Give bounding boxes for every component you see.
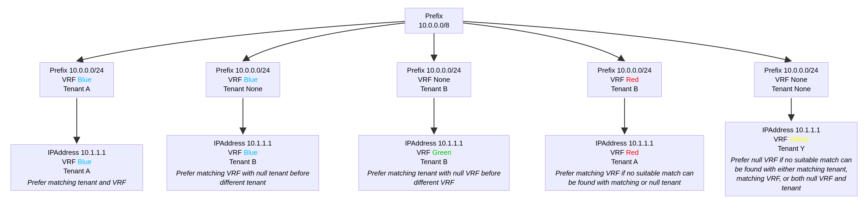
rule-text: Prefer null VRF if no suitable match can… bbox=[731, 155, 852, 192]
ip-label: IPAddress 10.1.1.1 bbox=[172, 139, 313, 148]
ip-node-3: IPAddress 10.1.1.1 VRF Green Tenant B Pr… bbox=[359, 135, 509, 191]
vrf-line: VRF Blue bbox=[172, 148, 313, 157]
prefix-node-2: Prefix 10.0.0.0/24 VRF Blue Tenant None bbox=[206, 62, 280, 97]
ip-label: IPAddress 10.1.1.1 bbox=[731, 125, 852, 135]
rule-text: Prefer matching VRF if no suitable match… bbox=[551, 169, 699, 187]
ip-node-2: IPAddress 10.1.1.1 VRF Blue Tenant B Pre… bbox=[167, 135, 319, 191]
vrf-name: Yellow bbox=[789, 135, 809, 143]
vrf-line: VRF Red bbox=[593, 75, 656, 84]
tenant-label: Tenant B bbox=[172, 157, 313, 166]
vrf-line: VRF None bbox=[403, 75, 465, 84]
prefix-node-5: Prefix 10.0.0.0/24 VRF None Tenant None bbox=[754, 62, 828, 97]
rule-text: Prefer matching tenant with null VRF bef… bbox=[364, 169, 504, 187]
vrf-line: VRF Green bbox=[364, 148, 504, 157]
prefix-label: Prefix 10.0.0.0/24 bbox=[45, 66, 108, 75]
vrf-name: Blue bbox=[78, 158, 92, 166]
tenant-label: Tenant B bbox=[364, 157, 504, 166]
vrf-name: Blue bbox=[244, 76, 258, 84]
root-prefix-label: Prefix 10.0.0.0/8 bbox=[418, 12, 450, 29]
vrf-name: Green bbox=[432, 148, 451, 157]
ip-label: IPAddress 10.1.1.1 bbox=[16, 148, 137, 157]
vrf-line: VRF Blue bbox=[45, 75, 108, 84]
tenant-label: Tenant A bbox=[45, 84, 108, 93]
prefix-node-1: Prefix 10.0.0.0/24 VRF Blue Tenant A bbox=[40, 62, 114, 97]
rule-text: Prefer matching tenant and VRF bbox=[16, 178, 137, 187]
prefix-label: Prefix 10.0.0.0/24 bbox=[212, 66, 274, 75]
vrf-line: VRF None bbox=[760, 75, 823, 84]
tenant-label: Tenant None bbox=[760, 84, 823, 93]
vrf-line: VRF Blue bbox=[16, 157, 137, 166]
vrf-line: VRF Red bbox=[551, 148, 699, 157]
ip-label: IPAddress 10.1.1.1 bbox=[364, 139, 504, 148]
prefix-node-3: Prefix 10.0.0.0/24 VRF None Tenant B bbox=[397, 62, 471, 97]
vrf-name: Blue bbox=[78, 76, 92, 84]
ip-label: IPAddress 10.1.1.1 bbox=[551, 139, 699, 148]
prefix-label: Prefix 10.0.0.0/24 bbox=[760, 66, 823, 75]
tenant-label: Tenant A bbox=[551, 157, 699, 166]
tenant-label: Tenant B bbox=[593, 84, 656, 93]
prefix-node-4: Prefix 10.0.0.0/24 VRF Red Tenant B bbox=[588, 62, 661, 97]
root-prefix-node: Prefix 10.0.0.0/8 bbox=[405, 8, 463, 33]
ip-node-1: IPAddress 10.1.1.1 VRF Blue Tenant A Pre… bbox=[10, 144, 143, 191]
rule-text: Prefer matching VRF with null tenant bef… bbox=[172, 169, 313, 187]
ip-node-4: IPAddress 10.1.1.1 VRF Red Tenant A Pref… bbox=[545, 135, 704, 191]
tenant-label: Tenant B bbox=[403, 84, 465, 93]
tenant-label: Tenant A bbox=[16, 166, 137, 176]
vrf-name: Blue bbox=[244, 148, 257, 157]
ip-node-5: IPAddress 10.1.1.1 VRF Yellow Tenant Y P… bbox=[725, 122, 858, 196]
tenant-label: Tenant None bbox=[212, 84, 274, 93]
vrf-name: Red bbox=[626, 76, 639, 84]
prefix-label: Prefix 10.0.0.0/24 bbox=[403, 66, 465, 75]
vrf-line: VRF Blue bbox=[212, 75, 274, 84]
vrf-line: VRF Yellow bbox=[731, 135, 852, 144]
tenant-label: Tenant Y bbox=[731, 144, 852, 153]
vrf-name: Red bbox=[626, 148, 639, 157]
prefix-label: Prefix 10.0.0.0/24 bbox=[593, 66, 656, 75]
